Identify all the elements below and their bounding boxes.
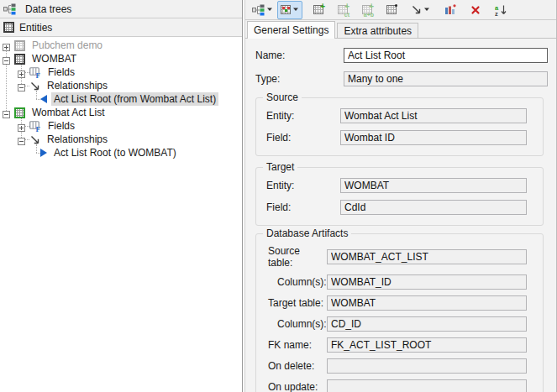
tree-item-label: Relationships: [45, 133, 110, 146]
entities-tree: Pubchem demo WOMBAT F Fields: [0, 37, 242, 392]
entities-header-label: Entities: [19, 22, 52, 34]
on-delete-field: [327, 358, 527, 374]
entities-view-button[interactable]: [277, 1, 302, 19]
tree-item-wal-fields[interactable]: F Fields: [0, 119, 242, 133]
target-groupbox: Target Entity: Field:: [255, 167, 544, 226]
tree-item-label: Act List Root (to WOMBAT): [51, 146, 179, 159]
tree-item-pubchem-demo[interactable]: Pubchem demo: [0, 39, 242, 52]
source-columns-label: Column(s):: [268, 276, 327, 288]
tree-item-label: Fields: [45, 65, 77, 79]
expand-plus-icon[interactable]: [3, 42, 10, 50]
source-table-field: [327, 249, 527, 264]
source-table-label: Source table:: [268, 245, 327, 269]
source-field-label: Field:: [266, 132, 340, 144]
tree-item-wombat-act-list[interactable]: Wombat Act List: [0, 106, 242, 119]
relationship-arrow-icon: [29, 81, 40, 91]
collapse-minus-icon[interactable]: [3, 109, 10, 117]
delete-button[interactable]: [467, 1, 484, 19]
add-entity-ct-button[interactable]: +ct: [334, 1, 351, 19]
tree-item-label: Fields: [45, 119, 77, 133]
target-field-label: Field:: [266, 201, 340, 213]
fields-icon: F: [29, 66, 41, 78]
data-trees-header[interactable]: Data trees: [0, 0, 242, 18]
target-columns-label: Column(s):: [268, 318, 327, 330]
expand-plus-icon[interactable]: [18, 69, 25, 76]
collapse-minus-icon[interactable]: [18, 82, 25, 90]
entities-grid-icon: [281, 5, 291, 14]
entities-header[interactable]: Entities: [0, 18, 242, 37]
target-table-label: Target table:: [268, 297, 327, 309]
sort-button[interactable]: a z: [491, 1, 511, 19]
entity-grid-icon: [14, 54, 25, 65]
chevron-down-icon: [424, 8, 430, 12]
add-entity-ct-icon: +ct: [338, 5, 348, 14]
target-groupbox-title: Target: [263, 161, 297, 173]
entities-grid-icon: [3, 22, 14, 33]
svg-text:z: z: [495, 9, 498, 16]
entity-grid-icon: [14, 40, 25, 51]
entity-grid-icon: [14, 107, 25, 118]
tabstrip: General Settings Extra attributes: [245, 20, 556, 39]
source-entity-label: Entity:: [266, 110, 340, 122]
tree-item-label: Pubchem demo: [29, 39, 105, 52]
database-artifacts-title: Database Artifacts: [263, 227, 351, 239]
tree-item-wombat-relationships[interactable]: Relationships: [0, 79, 242, 92]
type-label: Type:: [255, 73, 344, 85]
relationships-menu-button[interactable]: [407, 1, 434, 19]
entity-properties-button[interactable]: [383, 1, 400, 19]
tree-item-label: WOMBAT: [29, 52, 79, 65]
tree-item-act-list-root-to[interactable]: Act List Root (to WOMBAT): [0, 146, 242, 159]
tree-item-wombat[interactable]: WOMBAT: [0, 52, 242, 65]
add-entity-ab-button[interactable]: +a+b: [359, 1, 376, 19]
target-table-field: [327, 295, 527, 311]
tree-item-wombat-fields[interactable]: F Fields: [0, 65, 242, 79]
bar-chart-icon: [444, 4, 456, 15]
relationship-arrow-icon: [29, 134, 40, 145]
database-artifacts-groupbox: Database Artifacts Source table: Column(…: [255, 233, 544, 392]
fields-icon: F: [29, 120, 41, 132]
chevron-down-icon: [267, 8, 273, 12]
tree-item-label: Act List Root (from Wombat Act List): [51, 92, 218, 106]
on-delete-label: On delete:: [268, 360, 327, 372]
tree-item-label: Wombat Act List: [29, 106, 107, 119]
tree-item-label: Relationships: [45, 79, 110, 92]
type-field: [344, 71, 548, 86]
tab-extra-attributes[interactable]: Extra attributes: [337, 23, 418, 38]
target-entity-label: Entity:: [266, 180, 340, 191]
triangle-left-icon: [40, 95, 47, 103]
delete-x-icon: [470, 5, 481, 15]
name-label: Name:: [255, 50, 344, 61]
add-entity-ab-icon: +a+b: [362, 5, 372, 14]
tree-item-wal-relationships[interactable]: Relationships: [0, 133, 242, 146]
chevron-down-icon: [293, 8, 299, 12]
fk-name-field: [327, 337, 527, 353]
triangle-right-icon: [40, 149, 47, 157]
relationship-arrow-icon: [411, 4, 422, 15]
tree-item-act-list-root-from[interactable]: Act List Root (from Wombat Act List): [0, 92, 242, 106]
tab-label: General Settings: [254, 24, 328, 36]
add-entity-button[interactable]: +: [310, 1, 327, 19]
name-input[interactable]: [344, 48, 548, 63]
add-entity-icon: +: [313, 5, 323, 14]
source-columns-field: [327, 274, 527, 290]
data-trees-header-label: Data trees: [25, 3, 71, 15]
sort-az-icon: a z: [495, 4, 507, 16]
expand-plus-icon[interactable]: [18, 123, 25, 130]
collapse-minus-icon[interactable]: [18, 136, 25, 144]
svg-text:F: F: [35, 125, 40, 132]
target-columns-field: [327, 316, 527, 332]
data-trees-menu-button[interactable]: [249, 1, 276, 19]
statistics-button[interactable]: [441, 1, 460, 19]
collapse-minus-icon[interactable]: [3, 55, 10, 63]
left-panel: Data trees Entities: [0, 0, 243, 392]
general-settings-pane: Name: Type: Source Entity: Field: Ta: [245, 39, 556, 392]
on-update-field: [327, 379, 527, 392]
target-field-field: [340, 200, 527, 215]
data-trees-icon: [3, 3, 16, 15]
entity-dot-icon: [386, 5, 397, 14]
source-groupbox-title: Source: [263, 91, 302, 103]
source-entity-field: [340, 108, 527, 123]
on-update-label: On update:: [268, 381, 327, 392]
data-trees-icon: [252, 4, 265, 16]
tab-general-settings[interactable]: General Settings: [247, 21, 335, 39]
